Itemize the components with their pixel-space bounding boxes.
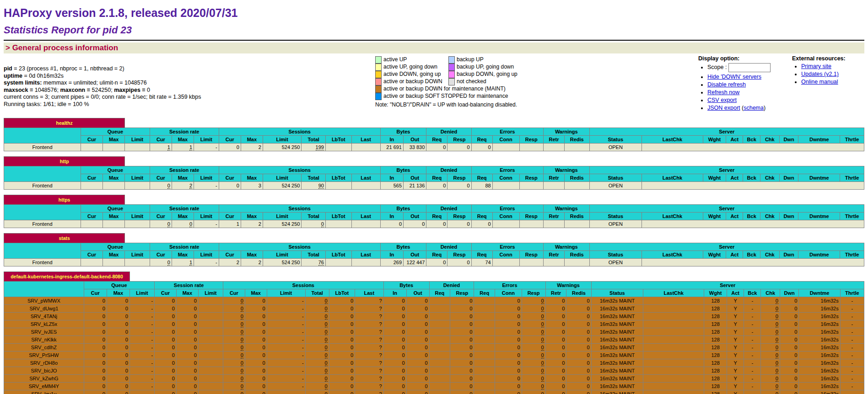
legend-item: active or backup DOWN bbox=[375, 78, 448, 85]
cell-scur: 0 bbox=[223, 367, 245, 375]
option-link[interactable]: JSON export bbox=[707, 105, 740, 111]
cell-status: 16m32s MAINT bbox=[591, 313, 643, 320]
option-item: Primary site bbox=[801, 63, 861, 69]
column-header: Conn bbox=[492, 174, 519, 182]
column-header: Dwn bbox=[779, 251, 798, 259]
cell-chk: 0 bbox=[761, 328, 780, 336]
option-link[interactable]: Hide 'DOWN' servers bbox=[707, 74, 761, 80]
legend-label: active or backup DOWN for maintenance (M… bbox=[383, 85, 506, 93]
option-link[interactable]: schema bbox=[744, 105, 764, 111]
server-name: SRV_Igv1u bbox=[4, 390, 84, 394]
column-group: Queue bbox=[81, 243, 150, 251]
cell-thrtle: - bbox=[840, 344, 864, 351]
column-header: Last bbox=[351, 213, 380, 220]
column-header: Redis bbox=[564, 251, 589, 259]
column-header: Max bbox=[103, 213, 125, 220]
option-link[interactable]: Refresh now bbox=[707, 89, 739, 96]
cell-slim: - bbox=[267, 313, 305, 320]
cell-rmax: 0 bbox=[176, 328, 198, 336]
cell-bout: 0 bbox=[406, 336, 429, 344]
cell-qlim: - bbox=[129, 344, 154, 351]
option-item: Scope : bbox=[707, 63, 792, 72]
cell-wght: 128 bbox=[704, 367, 727, 375]
column-header: Retr bbox=[543, 251, 564, 259]
table-corner bbox=[4, 128, 81, 144]
proxy-table-default-kubernetes-ingress-default-backend-8080: default-kubernetes-ingress-default-backe… bbox=[4, 272, 864, 394]
server-name: SRV_nKlkk bbox=[4, 336, 84, 344]
column-header: Conn bbox=[492, 251, 519, 259]
option-link[interactable]: Disable refresh bbox=[707, 81, 746, 88]
cell-scur: 2 bbox=[219, 259, 241, 266]
cell-qcur: 0 bbox=[84, 375, 107, 383]
cell-econ bbox=[492, 220, 519, 228]
column-header: Limit bbox=[125, 213, 150, 220]
server-row: SRV_PrSHW00-0000-00?000000016m32s MAINT1… bbox=[4, 351, 864, 359]
cell-dwn: 0 bbox=[780, 336, 798, 344]
display-options-heading: Display option: bbox=[698, 55, 792, 62]
cell-qmax: 0 bbox=[107, 313, 129, 320]
cell-lastchk bbox=[643, 375, 704, 383]
column-header: Wght bbox=[703, 174, 726, 182]
option-link[interactable]: Primary site bbox=[801, 63, 831, 69]
cell-bin: 0 bbox=[383, 297, 406, 305]
column-header: LastChk bbox=[642, 251, 703, 259]
cell-bout: 0 bbox=[406, 297, 429, 305]
cell-chk: 0 bbox=[761, 367, 780, 375]
server-row: SRV_bicJO00-0000-00?000000016m32s MAINT1… bbox=[4, 367, 864, 375]
cell-smax: 0 bbox=[245, 390, 267, 394]
server-row: SRV_eMM4Y00-0000-00?000000016m32s MAINT1… bbox=[4, 383, 864, 390]
cell-bin: 0 bbox=[383, 305, 406, 313]
cell-econ: 0 bbox=[495, 375, 522, 383]
cell-ereq: 0 bbox=[471, 144, 492, 151]
cell-stot: 0 bbox=[305, 313, 329, 320]
scope-input[interactable] bbox=[728, 63, 771, 72]
cell-smax: 0 bbox=[245, 344, 267, 351]
cell-eresp bbox=[519, 182, 543, 190]
column-header: Dwn bbox=[780, 289, 798, 297]
cell-dwn: 0 bbox=[780, 297, 798, 305]
legend-swatch bbox=[448, 71, 455, 78]
cell-wredis bbox=[564, 182, 589, 190]
option-link[interactable]: CSV export bbox=[707, 97, 737, 103]
cell-wght: 128 bbox=[704, 383, 727, 390]
cell-qcur: 0 bbox=[84, 328, 107, 336]
column-header: Limit bbox=[194, 136, 219, 144]
server-name: SRV_4TANj bbox=[4, 313, 84, 320]
cell-lbtot: 0 bbox=[329, 297, 355, 305]
cell-status: 16m32s MAINT bbox=[591, 328, 643, 336]
cell-qmax: 0 bbox=[107, 297, 129, 305]
legend-swatch bbox=[375, 71, 382, 78]
column-header: Status bbox=[589, 136, 642, 144]
cell-lastchk bbox=[643, 383, 704, 390]
cell-qmax bbox=[103, 259, 125, 266]
column-header: Wght bbox=[703, 213, 726, 220]
proxy-name: default-kubernetes-ingress-default-backe… bbox=[4, 272, 130, 282]
cell-last: ? bbox=[355, 351, 384, 359]
cell-slim: 524 250 bbox=[263, 144, 302, 151]
server-name: SRV_dUwg1 bbox=[4, 305, 84, 313]
cell-econ bbox=[492, 144, 519, 151]
cell-wredis: 0 bbox=[566, 336, 591, 344]
cell-slim: - bbox=[267, 344, 305, 351]
option-link[interactable]: Online manual bbox=[801, 79, 838, 85]
column-header: Wght bbox=[703, 251, 726, 259]
cell-wretr: 0 bbox=[545, 383, 566, 390]
cell-thrtle: - bbox=[840, 336, 864, 344]
cell-lastchk bbox=[643, 390, 704, 394]
cell-lbtot bbox=[325, 259, 351, 266]
cell-wretr: 0 bbox=[545, 367, 566, 375]
cell-act: Y bbox=[727, 336, 744, 344]
cell-eresp: 0 bbox=[522, 390, 545, 394]
column-header: Cur bbox=[150, 213, 172, 220]
column-header: Resp bbox=[519, 213, 543, 220]
option-link[interactable]: Updates (v2.1) bbox=[801, 71, 839, 77]
cell-bck: - bbox=[744, 351, 761, 359]
column-header: Redis bbox=[564, 174, 589, 182]
cell-server-rest bbox=[642, 220, 864, 228]
column-header: Status bbox=[589, 174, 642, 182]
cell-lastchk bbox=[643, 297, 704, 305]
external-resources-list: Primary siteUpdates (v2.1)Online manual bbox=[801, 63, 861, 85]
cell-rlim bbox=[198, 305, 223, 313]
column-header: Chk bbox=[760, 213, 779, 220]
column-header: Out bbox=[404, 136, 426, 144]
